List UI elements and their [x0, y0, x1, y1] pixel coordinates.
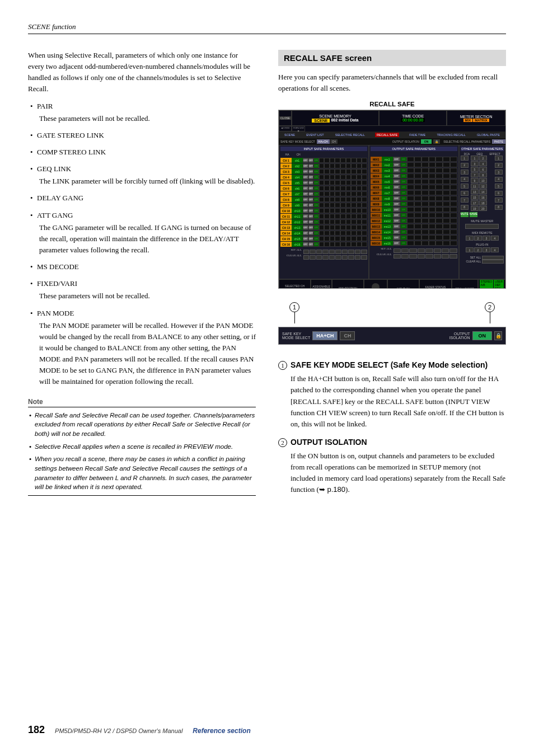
recall-safe-screenshot: CLOSE SCENE MEMORY SCENE 002 Initial Dat… [278, 110, 506, 289]
strip-right: OUTPUT ISOLATION ON 🔒 [449, 331, 502, 340]
bullet-title: ATT GANG [37, 211, 73, 219]
section-1-body: If the HA+CH button is on, Recall Safe w… [291, 373, 506, 430]
ss-tab[interactable]: SELECTIVE RECALL [334, 133, 366, 137]
ss-on-btn[interactable]: ON [421, 139, 432, 144]
two-column-layout: When using Selective Recall, parameters … [28, 50, 506, 504]
callout-line [490, 312, 490, 323]
right-column: RECALL SAFE screen Here you can specify … [278, 50, 506, 504]
bullet-gate-stereo: •GATE STEREO LINK [30, 130, 256, 141]
strip-left: SAFE KEY MODE SELECT HA+CH CH [282, 331, 355, 340]
ss-effect-buttons[interactable]: 12345678 [495, 156, 504, 211]
bullet-delay-gang: •DELAY GANG [30, 192, 256, 204]
ch-button[interactable]: CH [340, 331, 355, 340]
page-number: 182 [28, 724, 45, 736]
bullet-body: These parameters will not be recalled. [39, 290, 256, 302]
ss-geq-buttons[interactable]: 1234567891011121314151617181920 [471, 156, 494, 211]
ss-other-block: OTHER SAFE PARAMETERS DCAGEQEFFECT 12345… [459, 145, 505, 279]
ss-outiso-lbl: OUTPUT ISOLATION [391, 140, 421, 143]
bullet-pair: •PAIR These parameters will not be recal… [30, 101, 256, 124]
ss-dca-buttons[interactable]: 12345678 [461, 156, 470, 211]
callout-row: 1 2 [278, 302, 506, 323]
ss-lock-icon[interactable]: 🔒 [433, 139, 440, 144]
ss-tab[interactable]: TRACKING RECALL [435, 133, 466, 137]
ss-meter-mix: MIX [463, 119, 473, 122]
callout-2: 2 [485, 302, 495, 312]
ss-selrec-lbl: SELECTIVE RECALL PARAMETERS [442, 140, 492, 143]
ss-mute-master-lbl: MUTE MASTER [461, 219, 504, 223]
ss-plugin-buttons[interactable]: 1234 [461, 247, 504, 252]
ui-strip: SAFE KEY MODE SELECT HA+CH CH OUTPUT ISO… [278, 327, 506, 345]
callout-1: 1 [289, 302, 299, 312]
page-footer: 182 PM5D/PM5D-RH V2 / DSP5D Owner's Manu… [28, 724, 506, 736]
bullet-body: The GANG parameter will be recalled. If … [39, 222, 256, 256]
bullet-ms-decode: •MS DECODE [30, 261, 256, 273]
ss-main-area: INPUT SAFE PARAMETERS HACH CH 1ch1OFFOFF… [279, 145, 505, 279]
ss-hach-toggle: HACH [282, 152, 366, 157]
ss-tab-row: SCENE EVENT LIST SELECTIVE RECALL RECALL… [279, 132, 505, 138]
strip-left-label: SAFE KEY MODE SELECT [282, 332, 310, 340]
left-column: When using Selective Recall, parameters … [28, 50, 256, 504]
heading-number-1: 1 [278, 361, 287, 370]
header-function-label: SCENE function [28, 22, 506, 34]
bullet-title: DELAY GANG [37, 194, 83, 202]
note-rule-bottom [28, 495, 256, 496]
bullet-marker: • [30, 147, 37, 158]
heading-title-1: SAFE KEY MODE SELECT (Safe Key Mode sele… [291, 360, 488, 370]
ss-scene-value: 002 Initial Data [331, 118, 358, 122]
hach-button[interactable]: HA+CH [312, 331, 338, 340]
recall-safe-intro: Here you can specify parameters/channels… [278, 72, 506, 94]
note-rule-top [28, 407, 256, 407]
screenshot-label: RECALL SAFE [278, 101, 506, 107]
bullet-comp-stereo: •COMP STEREO LINK [30, 147, 256, 158]
ss-hach-btn[interactable]: HA+CH [317, 139, 330, 144]
bullet-marker: • [30, 192, 37, 204]
ss-meter-box: METER SECTION MIX MATRIX [447, 110, 505, 126]
section-2-post: ). [345, 485, 350, 494]
bullet-pan-mode: •PAN MODE The PAN MODE parameter will be… [30, 308, 256, 388]
bullet-marker: • [30, 130, 37, 141]
ss-midi-remote-lbl: MIDI REMOTE [461, 231, 504, 234]
ss-meter-matrix: MATRIX [473, 119, 489, 122]
ss-scene-hdr: SCENE MEMORY [319, 114, 351, 118]
ss-tab-selected[interactable]: RECALL SAFE [375, 133, 399, 137]
heading-title-2: OUTPUT ISOLATION [291, 438, 367, 447]
strip-right-label: OUTPUT ISOLATION [449, 332, 470, 340]
ss-clearall-lbl: CLEAR ALL [280, 254, 302, 260]
bullet-marker: • [30, 163, 37, 175]
ss-tc-label: TIME CODE [402, 114, 424, 118]
bullet-marker: • [30, 101, 37, 112]
ss-output-hdr: OUTPUT SAFE PARAMETERS [371, 147, 457, 151]
ss-ch-btn[interactable]: CH [330, 139, 338, 144]
ss-mute-master-btn[interactable] [465, 224, 499, 229]
ss-midi-buttons[interactable]: 1234 [461, 236, 504, 241]
bullet-marker: • [30, 308, 37, 319]
recall-safe-title: RECALL SAFE screen [278, 50, 506, 66]
ss-tab[interactable]: EVENT LIST [305, 133, 325, 137]
ss-topbar: CLOSE SCENE MEMORY SCENE 002 Initial Dat… [279, 110, 505, 126]
ss-other-hdr: OTHER SAFE PARAMETERS [461, 147, 504, 151]
bullet-att-gang: •ATT GANG The GANG parameter will be rec… [30, 210, 256, 256]
ss-input-block: INPUT SAFE PARAMETERS HACH CH 1ch1OFFOFF… [279, 145, 369, 279]
note-2: Selective Recall applies when a scene is… [29, 442, 256, 452]
ss-tab[interactable]: SCENE [283, 133, 296, 137]
section-2-heading: 2 OUTPUT ISOLATION [278, 438, 506, 447]
ss-scene-box: SCENE MEMORY SCENE 002 Initial Data [292, 110, 379, 126]
bullet-title: GEQ LINK [37, 165, 71, 173]
ss-tab[interactable]: GLOBAL PASTE [476, 133, 501, 137]
ss-plugin-lbl: PLUG-IN [461, 243, 504, 246]
ss-setall-lbl: SET ALL [280, 248, 302, 254]
ss-paste-btn[interactable]: PASTE [492, 139, 505, 144]
ss-bottom-bar: SELECTED CH CH 1 ch 1 ASSIGNABLE ON Ø 1 … [279, 279, 505, 289]
lock-icon[interactable]: 🔒 [494, 331, 502, 340]
ss-tab[interactable]: FADE TIME [408, 133, 427, 137]
bullet-marker: • [30, 210, 37, 221]
on-button[interactable]: ON [472, 331, 493, 340]
note-list: Recall Safe and Selective Recall can be … [29, 411, 256, 492]
section-2-body: If the ON button is on, output channels … [291, 450, 506, 496]
ss-input-hdr: INPUT SAFE PARAMETERS [280, 147, 367, 151]
bullet-geq-link: •GEQ LINK The LINK parameter will be for… [30, 163, 256, 187]
bullet-body: The LINK parameter will be forcibly turn… [39, 176, 256, 187]
footer-reference: Reference section [193, 727, 250, 735]
bullet-title: PAIR [37, 102, 53, 110]
note-3: When you recall a scene, there may be ca… [29, 454, 256, 492]
